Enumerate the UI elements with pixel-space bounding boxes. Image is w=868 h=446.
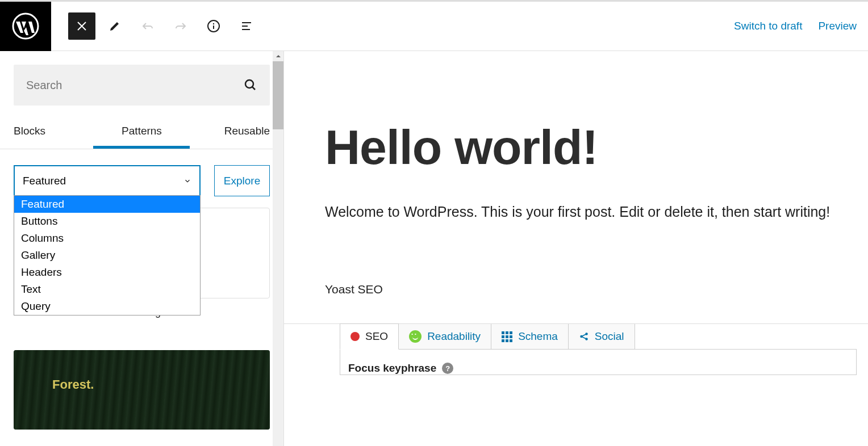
yoast-panel-content: Focus keyphrase ? xyxy=(340,349,857,375)
search-input[interactable] xyxy=(26,79,244,92)
dropdown-option-headers[interactable]: Headers xyxy=(14,264,200,281)
undo-button[interactable] xyxy=(134,12,161,40)
yoast-title: Yoast SEO xyxy=(325,283,857,296)
svg-point-2 xyxy=(213,23,214,24)
dropdown-option-columns[interactable]: Columns xyxy=(14,230,200,247)
yoast-tab-readability[interactable]: Readability xyxy=(398,323,491,350)
inserter-tabs: Blocks Patterns Reusable xyxy=(0,117,283,149)
share-icon xyxy=(579,331,589,342)
dropdown-menu: Featured Buttons Columns Gallery Headers… xyxy=(14,195,201,315)
dropdown-option-buttons[interactable]: Buttons xyxy=(14,213,200,230)
post-title[interactable]: Hello world! xyxy=(325,119,868,175)
post-body[interactable]: Welcome to WordPress. This is your first… xyxy=(325,204,868,220)
close-inserter-button[interactable] xyxy=(68,12,95,40)
block-inserter-sidebar: Blocks Patterns Reusable Featured Featur… xyxy=(0,51,284,446)
yoast-tab-seo[interactable]: SEO xyxy=(340,323,399,350)
smiley-icon xyxy=(409,330,422,343)
block-search[interactable] xyxy=(14,65,270,106)
list-view-button[interactable] xyxy=(233,12,260,40)
tab-blocks[interactable]: Blocks xyxy=(14,117,99,149)
yoast-tab-seo-label: SEO xyxy=(365,330,388,343)
tab-reusable[interactable]: Reusable xyxy=(185,117,270,149)
pattern-preview-forest[interactable]: Forest. xyxy=(14,350,270,430)
grid-icon xyxy=(502,331,512,342)
yoast-tab-social-label: Social xyxy=(595,330,624,343)
wordpress-logo[interactable] xyxy=(0,2,51,51)
preview-link[interactable]: Preview xyxy=(818,20,857,32)
yoast-tab-readability-label: Readability xyxy=(427,330,481,343)
search-icon xyxy=(244,78,257,92)
dropdown-option-text[interactable]: Text xyxy=(14,281,200,298)
dropdown-option-query[interactable]: Query xyxy=(14,298,200,315)
redo-button[interactable] xyxy=(167,12,194,40)
dropdown-option-featured[interactable]: Featured xyxy=(14,196,200,213)
switch-to-draft-link[interactable]: Switch to draft xyxy=(734,20,802,32)
svg-point-4 xyxy=(245,80,253,88)
sidebar-scrollbar[interactable] xyxy=(273,51,283,446)
scrollbar-thumb[interactable] xyxy=(273,61,283,129)
dropdown-selected: Featured xyxy=(23,175,66,187)
seo-status-dot xyxy=(350,332,360,341)
chevron-down-icon xyxy=(183,177,191,185)
editor-toolbar xyxy=(51,12,260,40)
focus-keyphrase-label: Focus keyphrase ? xyxy=(348,362,848,375)
yoast-tabs: SEO Readability Schema Social xyxy=(340,323,857,350)
edit-icon[interactable] xyxy=(101,12,128,40)
tab-patterns[interactable]: Patterns xyxy=(99,117,184,149)
info-button[interactable] xyxy=(200,12,227,40)
yoast-tab-schema[interactable]: Schema xyxy=(491,323,569,350)
svg-point-0 xyxy=(13,14,38,39)
scroll-up-arrow[interactable] xyxy=(273,51,283,61)
forest-label: Forest. xyxy=(52,377,94,392)
yoast-seo-panel: Yoast SEO SEO Readability Schema Social xyxy=(325,283,868,375)
explore-button[interactable]: Explore xyxy=(214,165,270,196)
help-icon[interactable]: ? xyxy=(442,363,453,374)
dropdown-option-gallery[interactable]: Gallery xyxy=(14,247,200,264)
pattern-category-dropdown[interactable]: Featured xyxy=(14,165,201,196)
svg-rect-3 xyxy=(213,26,214,29)
yoast-tab-schema-label: Schema xyxy=(518,330,558,343)
yoast-tab-social[interactable]: Social xyxy=(568,323,635,350)
editor-content: Hello world! Welcome to WordPress. This … xyxy=(284,51,868,446)
editor-header: Switch to draft Preview xyxy=(0,2,868,51)
